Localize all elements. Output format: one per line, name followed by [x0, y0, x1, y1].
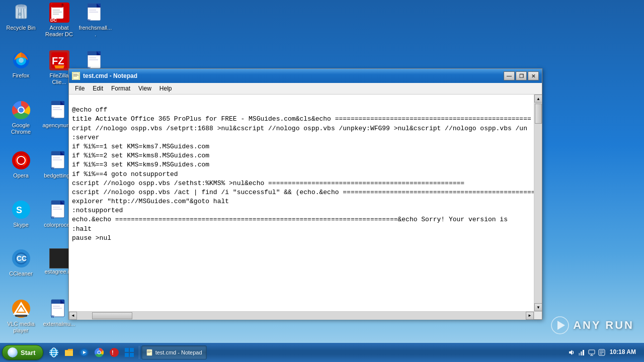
svg-text:FZ: FZ: [52, 55, 64, 66]
svg-rect-80: [53, 306, 60, 307]
taskbar-windows-icon[interactable]: [122, 345, 137, 359]
notepad-scrollbar-vertical[interactable]: ▲ ▼: [534, 95, 542, 311]
desktop-icon-opera[interactable]: Opera: [2, 148, 40, 181]
desktop-icon-frenchsmall[interactable]: W frenchsmall....: [76, 1, 114, 40]
recycle-bin-icon: ♻: [11, 3, 31, 23]
svg-point-39: [19, 108, 24, 113]
systray-network-icon[interactable]: [578, 348, 586, 356]
vlc-icon: [11, 299, 31, 319]
clock-area[interactable]: 10:18 AM: [608, 348, 638, 356]
anyrun-play-icon: [551, 316, 569, 334]
scroll-track-v[interactable]: [534, 103, 542, 303]
desktop-icon-chrome[interactable]: Google Chrome: [2, 98, 40, 137]
svg-rect-2: [16, 7, 27, 9]
svg-line-5: [24, 9, 24, 19]
svg-rect-87: [73, 76, 77, 76]
svg-text:W: W: [51, 166, 54, 170]
svg-point-26: [19, 58, 24, 63]
desktop-icon-acrobat[interactable]: DC AcrobatReader DC: [40, 1, 78, 40]
chrome-task-icon: [94, 347, 104, 357]
desktop-icon-ccleaner[interactable]: CC CCleaner: [2, 246, 40, 279]
ccleaner-label: CCleaner: [9, 270, 32, 277]
start-label: Start: [21, 349, 36, 356]
systray-icons: [568, 348, 606, 356]
folder-icon: [64, 347, 74, 357]
externalmu-label: externalmu...: [43, 321, 75, 327]
chrome-icon: [11, 100, 31, 120]
menu-edit[interactable]: Edit: [89, 84, 107, 93]
taskbar-chrome-task-icon[interactable]: [92, 345, 107, 359]
desktop-icon-vlc[interactable]: VLC media player: [2, 297, 40, 336]
notepad-title: test.cmd - Notepad: [83, 72, 504, 79]
estagree-icon: [49, 248, 69, 268]
svg-rect-55: [53, 157, 60, 158]
svg-rect-93: [65, 350, 73, 356]
volume-icon: [568, 349, 575, 356]
systray-volume-icon[interactable]: [568, 348, 576, 356]
menu-format[interactable]: Format: [107, 84, 134, 93]
notepad-title-icon: [72, 72, 80, 80]
skype-label: Skype: [13, 222, 29, 228]
titlebar-buttons: — ❐ ✕: [504, 71, 539, 80]
acrobat-icon: DC: [49, 3, 69, 23]
taskbar-mediaplayer-icon[interactable]: [76, 345, 92, 359]
ie-icon: [49, 347, 59, 357]
scroll-thumb-v[interactable]: [535, 104, 542, 124]
taskbar-ie-icon[interactable]: [46, 345, 61, 359]
taskbar-app-label: test.cmd - Notepad: [155, 349, 202, 355]
scroll-left-btn[interactable]: ◄: [69, 312, 77, 320]
anyrun-text: ANY RUN: [573, 319, 634, 332]
notepad-taskbar-icon: [146, 349, 153, 356]
scroll-track-h[interactable]: [77, 312, 526, 320]
svg-point-100: [110, 348, 119, 357]
minimize-button[interactable]: —: [504, 71, 515, 80]
scroll-down-btn[interactable]: ▼: [534, 303, 542, 311]
systray-display-icon[interactable]: [588, 348, 596, 356]
word2-icon: W: [86, 50, 106, 70]
anyrun-watermark: ANY RUN: [551, 316, 634, 334]
menu-view[interactable]: View: [134, 84, 155, 93]
svg-rect-65: [53, 209, 62, 210]
desktop-icon-skype[interactable]: S Skype: [2, 198, 40, 230]
desktop-icon-recycle-bin[interactable]: ♻ Recycle Bin: [2, 1, 40, 33]
scroll-up-btn[interactable]: ▲: [534, 95, 542, 103]
start-button[interactable]: Start: [2, 345, 43, 360]
notepad-titlebar[interactable]: test.cmd - Notepad — ❐ ✕: [69, 69, 542, 83]
externalmu-icon: W: [49, 299, 69, 319]
svg-rect-45: [53, 109, 62, 110]
mediaplayer-icon: [79, 347, 89, 357]
svg-marker-122: [557, 321, 565, 330]
svg-rect-102: [125, 348, 129, 352]
systray-action-center-icon[interactable]: [598, 348, 606, 356]
taskbar-security-icon[interactable]: !: [107, 345, 122, 359]
taskbar-folder-icon[interactable]: [61, 345, 76, 359]
notepad-text-area[interactable]: @echo off title Activate Office 365 ProP…: [69, 95, 534, 311]
svg-text:!: !: [112, 349, 114, 355]
firefox-label: Firefox: [13, 72, 30, 79]
svg-rect-113: [583, 350, 584, 355]
svg-text:W: W: [51, 116, 54, 120]
security-icon: !: [109, 347, 119, 357]
svg-text:CC: CC: [17, 254, 27, 262]
restore-button[interactable]: ❐: [516, 71, 527, 80]
svg-rect-112: [581, 351, 582, 355]
recycle-bin-label: Recycle Bin: [6, 25, 35, 31]
firefox-icon: [11, 50, 31, 70]
svg-text:W: W: [87, 19, 91, 22]
taskbar-notepad-app[interactable]: test.cmd - Notepad: [141, 345, 207, 359]
menu-help[interactable]: Help: [155, 84, 176, 93]
svg-rect-104: [125, 353, 129, 357]
svg-rect-35: [89, 59, 98, 60]
opera-icon: [11, 150, 31, 170]
notepad-scrollbar-horizontal[interactable]: ◄ ►: [69, 311, 534, 319]
close-button[interactable]: ✕: [528, 71, 539, 80]
action-center-icon: [598, 349, 605, 356]
scroll-thumb-h[interactable]: [92, 312, 132, 319]
menu-file[interactable]: File: [71, 84, 89, 93]
notepad-content-row: @echo off title Activate Office 365 ProP…: [69, 95, 542, 311]
start-orb-icon: [8, 347, 18, 357]
desktop-icon-firefox[interactable]: Firefox: [2, 48, 40, 81]
scroll-right-btn[interactable]: ►: [526, 312, 534, 320]
frenchsmall-label: frenchsmall....: [78, 25, 112, 38]
opera-label: Opera: [13, 172, 29, 179]
